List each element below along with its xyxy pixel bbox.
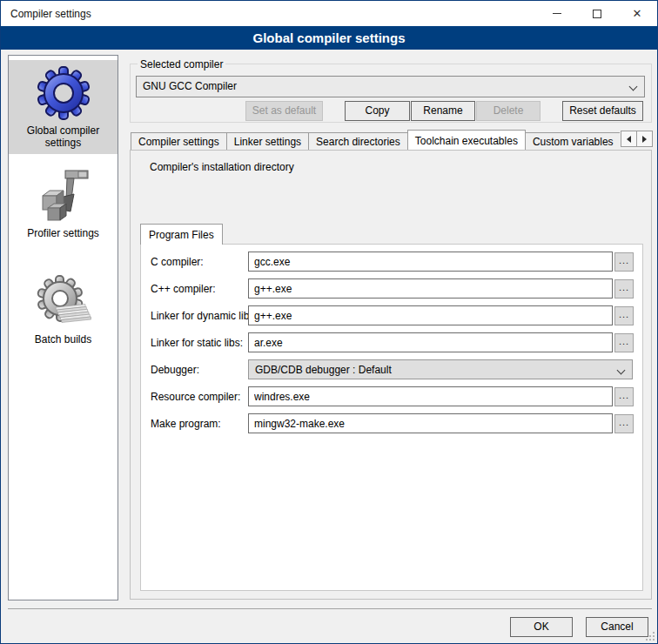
profiler-caliper-icon — [36, 168, 91, 224]
tab-scroll-right-button[interactable] — [636, 131, 653, 147]
debugger-label: Debugger: — [151, 364, 199, 376]
chevron-down-icon — [629, 83, 638, 91]
reset-defaults-button[interactable]: Reset defaults — [562, 101, 643, 121]
resource-compiler-label: Resource compiler: — [151, 391, 240, 403]
linker-dynamic-input[interactable] — [248, 305, 613, 325]
compiler-select-value: GNU GCC Compiler — [143, 80, 237, 92]
tab-scroll-left-button[interactable] — [621, 131, 637, 147]
delete-button[interactable]: Delete — [476, 101, 540, 121]
minimize-button[interactable] — [537, 1, 577, 26]
title-bar[interactable]: Compiler settings ✕ — [1, 1, 657, 26]
c-compiler-label: C compiler: — [151, 256, 204, 268]
maximize-button[interactable] — [577, 1, 617, 26]
ok-button[interactable]: OK — [510, 617, 573, 637]
sidebar-item-batch-builds[interactable]: Batch builds — [9, 269, 118, 351]
compiler-select[interactable]: GNU GCC Compiler — [136, 76, 645, 97]
chevron-down-icon — [617, 366, 626, 375]
footer-divider — [8, 608, 652, 609]
linker-dynamic-label: Linker for dynamic libs: — [151, 310, 258, 322]
make-program-label: Make program: — [151, 418, 221, 430]
tab-custom-variables[interactable]: Custom variables — [525, 132, 620, 150]
cpp-compiler-label: C++ compiler: — [151, 283, 216, 295]
make-program-input[interactable] — [248, 413, 613, 433]
tab-compiler-settings[interactable]: Compiler settings — [131, 132, 227, 150]
sidebar-item-label: Batch builds — [10, 333, 116, 345]
gear-blue-icon — [36, 65, 91, 121]
tab-search-directories[interactable]: Search directories — [308, 132, 408, 150]
linker-dynamic-browse-button[interactable]: ... — [614, 306, 634, 325]
linker-static-input[interactable] — [248, 332, 613, 352]
window-title: Compiler settings — [10, 8, 91, 20]
resource-compiler-browse-button[interactable]: ... — [614, 387, 634, 406]
debugger-select[interactable]: GDB/CDB debugger : Default — [248, 359, 633, 379]
compiler-settings-dialog: Compiler settings ✕ Global compiler sett… — [0, 0, 658, 644]
settings-category-list: Global compiler settings Profiler settin… — [8, 55, 118, 600]
sidebar-item-label: Global compiler settings — [10, 124, 116, 149]
linker-static-label: Linker for static libs: — [151, 337, 243, 349]
rename-button[interactable]: Rename — [411, 101, 475, 121]
c-compiler-input[interactable] — [248, 252, 613, 272]
close-button[interactable]: ✕ — [617, 1, 657, 26]
tab-linker-settings[interactable]: Linker settings — [226, 132, 309, 150]
debugger-select-value: GDB/CDB debugger : Default — [255, 364, 392, 376]
install-dir-group-label: Compiler's installation directory — [147, 161, 297, 173]
tab-program-files[interactable]: Program Files — [140, 224, 223, 245]
make-program-browse-button[interactable]: ... — [614, 414, 634, 433]
cpp-compiler-input[interactable] — [248, 278, 613, 299]
settings-tab-bar: Compiler settings Linker settings Search… — [131, 130, 620, 150]
cpp-compiler-browse-button[interactable]: ... — [614, 279, 634, 299]
resize-grip[interactable] — [644, 630, 655, 641]
maximize-icon — [593, 10, 601, 18]
resource-compiler-input[interactable] — [248, 386, 613, 406]
sidebar-item-global-compiler-settings[interactable]: Global compiler settings — [9, 60, 118, 154]
copy-button[interactable]: Copy — [345, 101, 410, 121]
sidebar-item-profiler-settings[interactable]: Profiler settings — [9, 163, 118, 245]
cancel-button[interactable]: Cancel — [586, 617, 648, 637]
tab-toolchain-executables[interactable]: Toolchain executables — [407, 130, 526, 150]
close-icon: ✕ — [633, 8, 642, 19]
c-compiler-browse-button[interactable]: ... — [614, 252, 634, 272]
linker-static-browse-button[interactable]: ... — [614, 333, 634, 352]
set-as-default-button[interactable]: Set as default — [245, 101, 323, 121]
arrow-right-icon — [642, 136, 647, 143]
arrow-left-icon — [627, 136, 631, 143]
batch-builds-gear-icon — [36, 274, 91, 330]
minimize-icon — [553, 13, 561, 14]
selected-compiler-group-label: Selected compiler — [138, 58, 225, 70]
page-title: Global compiler settings — [1, 26, 657, 50]
sidebar-item-label: Profiler settings — [10, 227, 116, 239]
